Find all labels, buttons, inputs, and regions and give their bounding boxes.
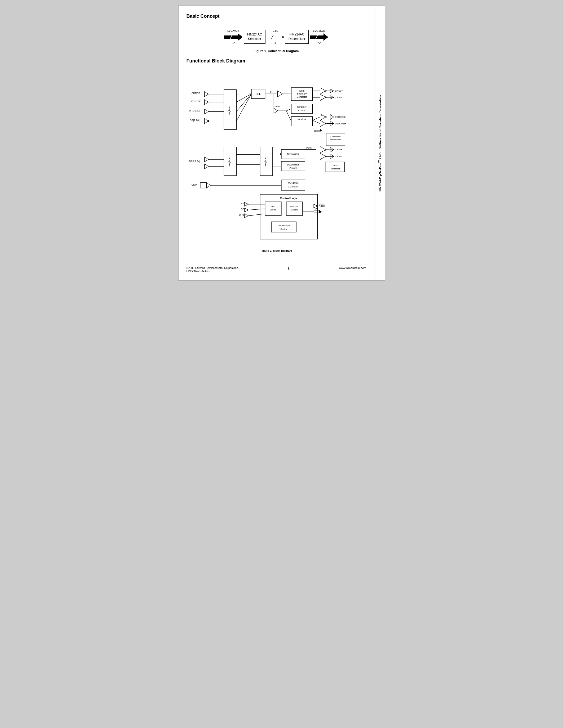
svg-line-44 <box>313 117 320 120</box>
ctrl-logic-title: Control Logic <box>280 197 298 200</box>
dir-ctrl-line2: Control <box>291 209 298 211</box>
ser-out-plus2: + <box>321 121 323 124</box>
gated-term-line2: Termination <box>330 138 341 141</box>
dso-plus-label: DSO+/DSI- <box>335 116 346 118</box>
diro-label: DIRO <box>319 205 325 208</box>
cksi-plus-label: CKSI+ <box>335 148 342 151</box>
dir-ctrl-line1: Direction <box>290 205 299 208</box>
ctl-arrow <box>266 33 285 41</box>
ser-out-plus: + <box>321 114 323 117</box>
wordck-line2: Generator <box>288 185 298 188</box>
footer-left: ©2006 Fairchild Semiconductor Corporatio… <box>186 267 238 272</box>
strobe-label: STROBE <box>190 100 201 103</box>
svg-line-43 <box>286 111 291 122</box>
svg-marker-0 <box>224 33 243 41</box>
wbg-minus: - <box>321 92 322 94</box>
s1-label: S1 <box>241 202 244 205</box>
wbg-line2: Boundary <box>297 92 307 95</box>
ctl-num: 4 <box>274 41 276 44</box>
cksi-plus2: + <box>321 154 323 156</box>
ser-out-minus2: - <box>321 124 322 127</box>
oe-label2: oe <box>315 207 318 210</box>
serializer-box: FIN224ACSerializer <box>244 30 265 44</box>
pll-label: PLL <box>255 93 261 96</box>
right-lvcmos-label: LVCMOS <box>313 29 325 32</box>
sidebar-right: FIN224AC μSerDesTM 22-Bit Bi-Directional… <box>375 6 385 280</box>
svg-marker-89 <box>244 202 248 206</box>
svg-marker-82 <box>206 183 210 188</box>
svg-marker-5 <box>310 33 328 41</box>
sidebar-title: FIN224AC μSerDesTM 22-Bit Bi-Directional… <box>378 95 382 192</box>
ckp-label: CKP <box>191 183 196 186</box>
svg-marker-101 <box>319 210 322 214</box>
wbg-neg-minus: - <box>321 98 322 101</box>
svg-marker-37 <box>274 108 277 113</box>
ckref-label: CKREF <box>191 92 200 95</box>
gated-term-line1: 100Ω Gated <box>330 135 341 138</box>
section1-title: Basic Concept <box>186 14 366 19</box>
svg-line-18 <box>236 94 251 94</box>
deserializer-label: Deserializer <box>287 153 299 155</box>
wbg-line1: Word <box>299 89 305 92</box>
cksi-minus-label: CKSI- <box>335 155 342 158</box>
dso-minus-label: DSO-/DSI+ <box>335 122 346 125</box>
pwr-down-line2: Control <box>280 228 287 230</box>
footer-center: 2 <box>288 267 290 272</box>
svg-line-45 <box>313 120 320 123</box>
block-diagram-area: CKREF STROBE DP[21:22] DP[1:20] <box>186 66 366 262</box>
svg-rect-58 <box>281 161 305 171</box>
left-num: 22 <box>232 41 235 44</box>
deser-ctrl-line1: Deserializer <box>287 163 299 166</box>
svg-rect-80 <box>326 162 345 172</box>
right-num: 22 <box>318 41 321 44</box>
wbg-neg-plus: + <box>321 95 323 97</box>
cksi-minus2: - <box>321 157 322 160</box>
svg-line-92 <box>248 209 265 210</box>
svg-line-20 <box>236 94 251 112</box>
diri-label: DIRI <box>239 213 244 216</box>
dp120-label: DP[1:20] <box>190 119 199 122</box>
svg-marker-9 <box>204 100 208 105</box>
svg-marker-63 <box>204 157 208 162</box>
svg-marker-64 <box>204 164 208 169</box>
serializer-label: FIN224ACSerializer <box>247 32 262 41</box>
left-thick-arrow <box>224 33 243 41</box>
freq-ctrl-line2: Control <box>269 209 276 211</box>
cks0-minus-label: CKS0- <box>335 96 342 99</box>
right-thick-arrow <box>310 33 328 41</box>
svg-marker-23 <box>277 91 283 97</box>
cksint-label1: cksint <box>274 105 280 107</box>
wbg-plus: + <box>321 88 323 91</box>
figure1-caption: Figure 1. Conceptual Diagram <box>186 49 366 53</box>
pwr-down-line1: Power Down <box>277 224 290 227</box>
footer: ©2006 Fairchild Semiconductor Corporatio… <box>186 265 366 272</box>
serializer-label2: Serializer <box>297 118 306 121</box>
svg-line-94 <box>248 214 265 216</box>
term-line2: Termination <box>329 168 340 170</box>
svg-line-42 <box>286 109 291 111</box>
deserializer-label: FIN224ACDeserializer <box>289 32 305 41</box>
block-diagram-section: Functional Block Diagram CKREF STROBE <box>186 58 366 262</box>
conceptual-diagram: LVCMOS 22 FIN224ACSerializer CTL <box>186 24 366 47</box>
oe-label1: oe <box>314 129 316 132</box>
deser-ctrl-line2: Control <box>289 167 297 169</box>
figure2-caption: Figure 2. Block Diagram <box>260 249 292 252</box>
ctl-label: CTL <box>272 29 278 32</box>
svg-marker-11 <box>204 109 208 114</box>
svg-rect-81 <box>200 183 206 188</box>
cks0-plus-label: CKS0+ <box>335 89 343 92</box>
wordck-line1: WORD CK <box>288 182 298 184</box>
svg-marker-7 <box>204 92 208 97</box>
dp2122-label: DP[21:22] <box>189 109 200 112</box>
register-mid-label: Register <box>264 157 267 167</box>
svg-rect-85 <box>260 194 318 239</box>
svg-marker-93 <box>244 214 248 218</box>
cksi-plus: + <box>321 147 323 150</box>
cksi-minus: - <box>321 150 322 153</box>
pll-0-label: 0 <box>270 90 271 93</box>
ser-out-minus: - <box>321 118 322 120</box>
ser-ctrl-line1: Serializer <box>297 106 306 108</box>
main-content: Basic Concept LVCMOS 22 FIN224ACSerializ… <box>186 14 366 272</box>
freq-ctrl-line1: Freq <box>271 205 275 208</box>
svg-rect-88 <box>271 222 296 232</box>
